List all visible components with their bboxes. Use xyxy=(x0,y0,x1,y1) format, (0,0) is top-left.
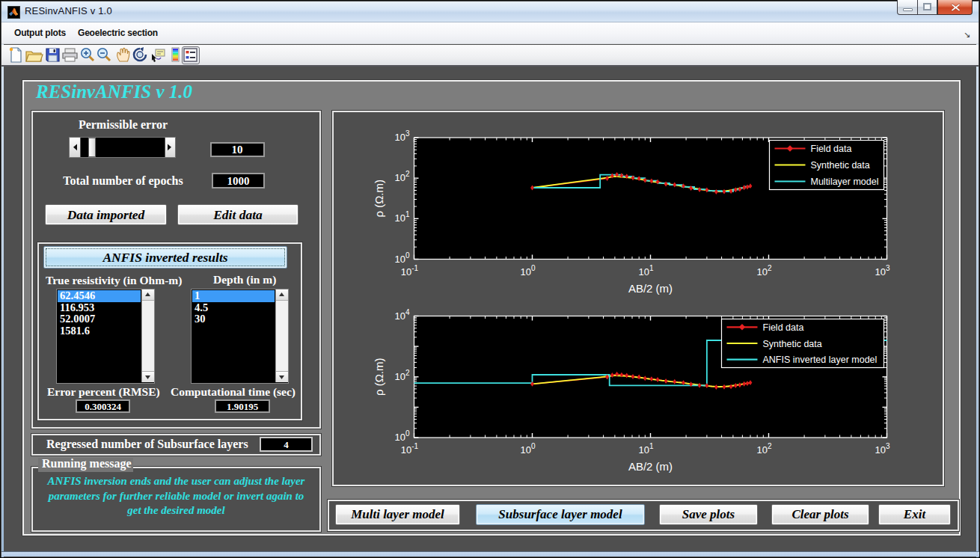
svg-text:102: 102 xyxy=(394,368,409,381)
svg-text:ANFIS inverted layer model: ANFIS inverted layer model xyxy=(762,355,877,365)
svg-text:Field data: Field data xyxy=(762,322,803,332)
svg-text:103: 103 xyxy=(875,442,889,456)
svg-text:10-1: 10-1 xyxy=(400,263,418,277)
svg-text:102: 102 xyxy=(394,170,409,183)
svg-text:Field data: Field data xyxy=(810,144,851,154)
svg-text:100: 100 xyxy=(520,442,535,456)
svg-text:AB/2 (m): AB/2 (m) xyxy=(628,460,672,473)
svg-text:103: 103 xyxy=(394,129,409,143)
svg-text:101: 101 xyxy=(394,210,409,224)
svg-text:AB/2 (m): AB/2 (m) xyxy=(628,281,672,294)
svg-text:100: 100 xyxy=(394,251,409,264)
svg-text:100: 100 xyxy=(520,263,535,277)
svg-text:102: 102 xyxy=(756,442,771,456)
svg-text:104: 104 xyxy=(394,307,409,321)
svg-text:101: 101 xyxy=(638,442,653,456)
svg-text:Synthetic data: Synthetic data xyxy=(762,338,821,349)
svg-text:101: 101 xyxy=(638,263,653,277)
svg-text:102: 102 xyxy=(756,263,771,277)
svg-text:ρ (Ω.m): ρ (Ω.m) xyxy=(372,179,385,217)
svg-text:10-1: 10-1 xyxy=(400,442,418,456)
svg-text:Synthetic data: Synthetic data xyxy=(810,160,869,171)
svg-text:103: 103 xyxy=(875,263,889,277)
svg-text:100: 100 xyxy=(394,429,409,443)
svg-text:ρ (Ω.m): ρ (Ω.m) xyxy=(372,358,385,396)
svg-text:Multilayer model: Multilayer model xyxy=(810,177,878,187)
